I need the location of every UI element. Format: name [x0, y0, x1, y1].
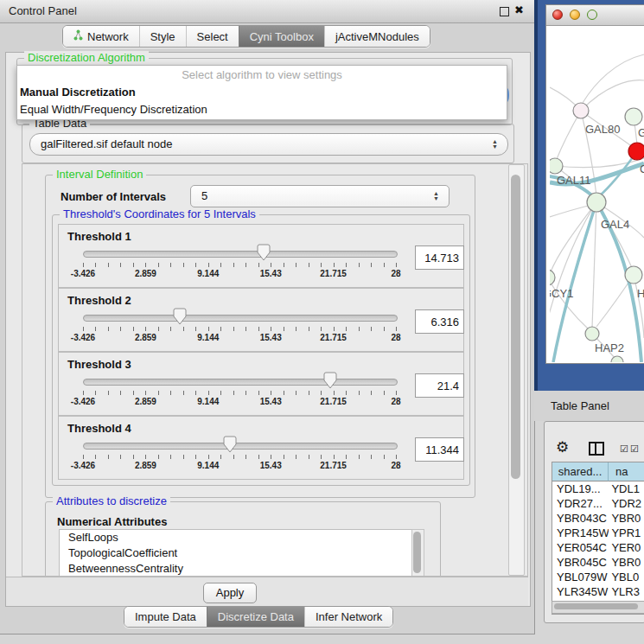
settings-vertical-scrollbar[interactable] [508, 164, 525, 576]
table-row[interactable]: YDR27...YDR2 [552, 496, 644, 511]
table-row[interactable]: YER054CYER0 [552, 540, 644, 555]
tick-label: 2.859 [135, 269, 156, 278]
threshold-panel: Threshold 4-3.4262.8599.14415.4321.71528 [58, 416, 464, 480]
tab-style[interactable]: Style [139, 26, 186, 47]
node-gal80[interactable] [573, 103, 589, 118]
slider-ticks [83, 391, 397, 395]
threshold-label: Threshold 4 [67, 422, 131, 435]
table-panel-window: ⚙ ☑ ☑ shared...na YDL19...YDL1YDR27...YD… [544, 421, 644, 623]
slider-thumb[interactable] [223, 436, 237, 456]
threshold-label: Threshold 1 [67, 230, 131, 243]
spinner-stepper-icon[interactable]: ▲▼ [431, 188, 441, 204]
combobox-stepper-icon[interactable]: ▲▼ [490, 137, 500, 152]
table-horizontal-scrollbar[interactable] [552, 601, 644, 614]
tick-label: -3.426 [71, 461, 95, 470]
cyni-toolbox-panel: Discretization Algorithm Select algorith… [5, 52, 531, 607]
node-gal11[interactable] [550, 158, 563, 174]
number-of-intervals-label: Number of Intervals [61, 190, 166, 203]
tick-label: -3.426 [71, 269, 95, 278]
gear-icon[interactable]: ⚙ [556, 438, 569, 456]
node-gcy1[interactable] [550, 270, 555, 285]
tab-select[interactable]: Select [186, 26, 239, 47]
tab-label: Style [150, 30, 175, 43]
table-data-selected-value: galFiltered.sif default node [41, 137, 172, 150]
label-h-partial: H [637, 287, 644, 300]
threshold-value-field[interactable] [415, 373, 464, 398]
tab-label: Network [87, 30, 129, 43]
threshold-label: Threshold 2 [67, 294, 131, 307]
float-window-icon[interactable] [500, 7, 509, 16]
apply-button[interactable]: Apply [203, 583, 257, 603]
attributes-list-scrollbar[interactable] [411, 529, 424, 577]
control-panel-titlebar: Control Panel ✖ [0, 0, 534, 23]
minimize-traffic-light-icon[interactable] [570, 10, 580, 20]
node-red-selected[interactable] [628, 143, 644, 160]
node-bottom-partial[interactable] [611, 356, 623, 362]
tab-discretize-data[interactable]: Discretize Data [207, 607, 304, 627]
table-column-header[interactable]: shared... [552, 462, 609, 481]
node-hap2[interactable] [585, 327, 599, 341]
tab-jactivemnodules[interactable]: jActiveMNodules [324, 26, 430, 47]
apply-row: Apply [6, 577, 528, 606]
table-data-group: Table Data galFiltered.sif default node … [22, 124, 514, 163]
table-row[interactable]: YBR043CYBR0 [552, 511, 644, 526]
tick-label: 28 [391, 461, 400, 470]
node-gal4[interactable] [587, 193, 606, 212]
number-of-intervals-spinner[interactable]: 5 ▲▼ [190, 185, 450, 207]
threshold-slider-track[interactable] [83, 443, 398, 450]
attribute-list-item[interactable]: SelfLoops [60, 530, 412, 545]
label-hap2: HAP2 [595, 341, 624, 354]
threshold-value-field[interactable] [415, 437, 464, 462]
tick-label: 2.859 [135, 397, 156, 406]
table-panel-bar: Table Panel [534, 391, 644, 421]
threshold-value-field[interactable] [415, 309, 464, 334]
table-row[interactable]: YLR345WYLR3 [552, 584, 644, 599]
table-cell: YLR3 [609, 584, 644, 599]
table-data-combobox[interactable]: galFiltered.sif default node ▲▼ [29, 133, 508, 156]
threshold-slider-track[interactable] [83, 315, 398, 322]
algorithm-menu-item[interactable]: Equal Width/Frequency Discretization [17, 101, 507, 118]
tab-network[interactable]: Network [63, 26, 139, 47]
tab-label: Infer Network [316, 610, 382, 623]
tick-label: 15.43 [260, 269, 282, 278]
column-layout-icon[interactable] [589, 442, 604, 456]
label-c-partial: C [640, 163, 644, 175]
slider-thumb[interactable] [323, 372, 337, 392]
network-window-titlebar [546, 5, 644, 26]
threshold-slider-track[interactable] [83, 379, 398, 386]
algorithm-prompt-item[interactable]: Select algorithm to view settings [17, 66, 507, 84]
threshold-coordinates-group: Threshold's Coordinates for 5 Intervals … [52, 214, 470, 486]
table-row[interactable]: YBR045CYBR0 [552, 555, 644, 570]
tab-label: Cyni Toolbox [250, 30, 314, 43]
attribute-list-item[interactable]: TopologicalCoefficient [60, 545, 412, 561]
checkbox-icon[interactable]: ☑ [620, 443, 628, 455]
table-row[interactable]: YDL19...YDL1 [552, 481, 644, 496]
threshold-value-field[interactable] [415, 245, 464, 270]
tick-label: -3.426 [71, 397, 95, 406]
node-h[interactable] [625, 266, 642, 284]
algorithm-menu-item[interactable]: Manual Discretization [17, 84, 507, 101]
network-canvas[interactable]: GAL80 GA C GAL11 GAL4 GCY1 H HAP2 [550, 26, 644, 362]
attribute-list-item[interactable]: BetweennessCentrality [60, 561, 412, 577]
table-column-header[interactable]: na [609, 462, 644, 481]
tab-infer-network[interactable]: Infer Network [304, 607, 392, 627]
threshold-slider-track[interactable] [83, 251, 398, 258]
slider-thumb[interactable] [257, 244, 271, 265]
slider-tick-labels: -3.4262.8599.14415.4321.71528 [83, 269, 396, 279]
close-icon[interactable]: ✖ [514, 3, 524, 16]
table-cell: YPR1 [609, 526, 644, 540]
slider-tick-labels: -3.4262.8599.14415.4321.71528 [83, 397, 396, 407]
slider-thumb[interactable] [173, 308, 187, 328]
threshold-panel: Threshold 2-3.4262.8599.14415.4321.71528 [58, 288, 464, 352]
table-row[interactable]: YPR145WYPR1 [552, 526, 644, 540]
close-traffic-light-icon[interactable] [552, 10, 563, 20]
node-table: shared...na YDL19...YDL1YDR27...YDR2YBR0… [552, 462, 644, 615]
table-row[interactable]: YBL079WYBL0 [552, 570, 644, 584]
checkbox-icon[interactable]: ☑ [630, 443, 639, 455]
zoom-traffic-light-icon[interactable] [587, 10, 597, 20]
tab-cyni-toolbox[interactable]: Cyni Toolbox [239, 26, 324, 47]
window-title: Control Panel [9, 4, 77, 17]
label-gcy1: GCY1 [550, 287, 573, 300]
tab-impute-data[interactable]: Impute Data [124, 607, 207, 627]
node-top-right[interactable] [625, 108, 642, 125]
